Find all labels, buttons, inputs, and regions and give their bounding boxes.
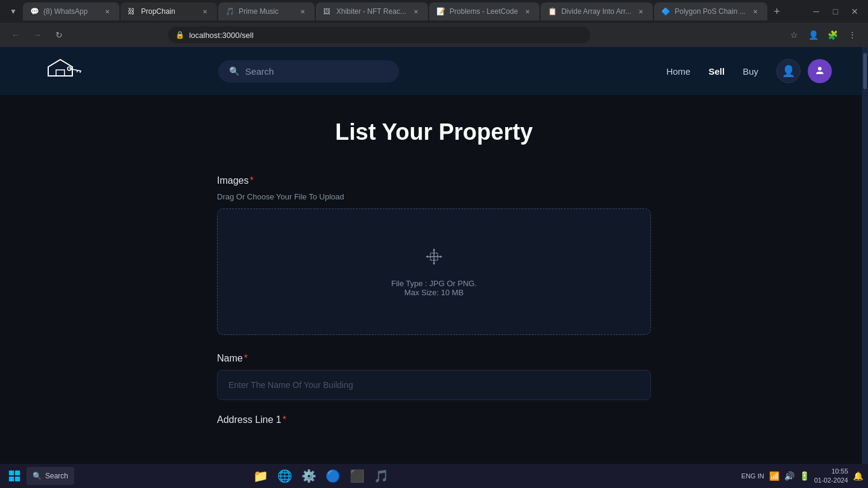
search-bar[interactable]: 🔍 (218, 60, 399, 83)
tray-lang: ENG IN (741, 472, 764, 480)
taskbar-search-icon: 🔍 (33, 472, 42, 480)
tab-propchain[interactable]: ⛓ PropChain ✕ (121, 2, 217, 20)
taskbar-vscode[interactable]: 🔵 (322, 465, 344, 487)
tab-favicon-leetcode: 📝 (436, 7, 445, 16)
form-section: Images* Drag Or Choose Your File To Uplo… (217, 175, 651, 425)
upload-cursor-icon (424, 247, 444, 271)
user-icon-button[interactable]: 👤 (776, 59, 800, 83)
toolbar-actions: ☆ 👤 🧩 ⋮ (786, 27, 861, 43)
nav-links: Home Sell Buy (666, 66, 758, 77)
windows-logo-icon (8, 470, 20, 482)
name-field-group: Name* (217, 353, 651, 400)
new-tab-button[interactable]: + (769, 3, 785, 20)
back-button[interactable]: ← (7, 27, 24, 43)
name-label: Name* (217, 353, 651, 364)
profile-avatar-icon (814, 66, 825, 77)
svg-marker-11 (433, 263, 435, 265)
tab-favicon-whatsapp: 💬 (30, 7, 39, 16)
lock-icon: 🔒 (175, 31, 184, 39)
tray-wifi-icon: 📶 (769, 471, 779, 481)
system-clock: 10:55 01-02-2024 (814, 467, 848, 486)
tab-close-xhibiter[interactable]: ✕ (411, 7, 421, 16)
tab-close-polygon[interactable]: ✕ (750, 7, 760, 16)
svg-rect-15 (15, 471, 20, 475)
window-controls: ─ □ ✕ (808, 3, 863, 20)
tray-volume-icon: 🔊 (784, 471, 794, 481)
minimize-button[interactable]: ─ (808, 3, 825, 20)
tab-close-leetcode[interactable]: ✕ (523, 7, 532, 16)
clock-date: 01-02-2024 (814, 476, 848, 485)
tray-notification-icon[interactable]: 🔔 (853, 471, 863, 481)
svg-marker-13 (440, 255, 442, 258)
tab-favicon-polygon: 🔷 (661, 7, 670, 16)
taskbar-spotify[interactable]: 🎵 (371, 465, 392, 487)
svg-marker-12 (426, 255, 428, 258)
tab-label-propchain: PropChain (141, 7, 195, 16)
taskbar-apps: 📁 🌐 ⚙️ 🔵 ⬛ 🎵 (250, 465, 392, 487)
search-input[interactable] (245, 66, 388, 77)
tray-battery-icon: 🔋 (799, 471, 810, 481)
tab-whatsapp[interactable]: 💬 (8) WhatsApp ✕ (23, 2, 119, 20)
taskbar-file-explorer[interactable]: 📁 (250, 465, 272, 487)
maximize-button[interactable]: □ (827, 3, 844, 20)
more-button[interactable]: ⋮ (844, 27, 861, 43)
upload-file-type: File Type : JPG Or PNG. (391, 279, 477, 288)
taskbar-search[interactable]: 🔍 Search (27, 467, 74, 485)
tab-label-polygon: Polygon PoS Chain ... (675, 7, 745, 16)
navbar: 🔍 Home Sell Buy 👤 (0, 47, 868, 95)
reload-button[interactable]: ↻ (51, 27, 68, 43)
upload-zone[interactable]: File Type : JPG Or PNG. Max Size: 10 MB (217, 208, 651, 335)
bookmark-button[interactable]: ☆ (786, 27, 803, 43)
svg-rect-2 (56, 70, 64, 76)
address-bar[interactable]: 🔒 localhost:3000/sell (168, 27, 590, 43)
tab-close-propchain[interactable]: ✕ (200, 7, 210, 16)
person-icon: 👤 (782, 64, 795, 78)
tab-close-prime[interactable]: ✕ (298, 7, 307, 16)
logo-icon (36, 58, 84, 85)
scrollbar[interactable] (862, 47, 868, 464)
nav-link-buy[interactable]: Buy (743, 66, 758, 77)
app-container: 🔍 Home Sell Buy 👤 List Your Property (0, 47, 868, 464)
logo[interactable] (36, 58, 84, 85)
tab-favicon-prime: 🎵 (225, 7, 234, 16)
taskbar-settings[interactable]: ⚙️ (298, 465, 320, 487)
tab-polygon[interactable]: 🔷 Polygon PoS Chain ... ✕ (654, 2, 767, 20)
nav-link-home[interactable]: Home (666, 66, 690, 77)
name-input[interactable] (217, 370, 651, 400)
address-text: localhost:3000/sell (189, 31, 254, 40)
tab-favicon-xhibiter: 🖼 (323, 7, 332, 16)
tab-scroll-left[interactable]: ▼ (5, 3, 22, 20)
upload-max-size: Max Size: 10 MB (404, 288, 464, 297)
tab-close-whatsapp[interactable]: ✕ (102, 7, 112, 16)
svg-rect-14 (9, 471, 14, 475)
search-icon: 🔍 (229, 66, 239, 76)
taskbar-terminal[interactable]: ⬛ (347, 465, 368, 487)
taskbar-chrome[interactable]: 🌐 (274, 465, 296, 487)
taskbar-search-label: Search (45, 472, 68, 480)
start-button[interactable] (5, 466, 24, 486)
tab-label-prime: Prime Music (239, 7, 293, 16)
tab-prime-music[interactable]: 🎵 Prime Music ✕ (218, 2, 315, 20)
tab-label-whatsapp: (8) WhatsApp (43, 7, 98, 16)
extensions-button[interactable]: 🧩 (825, 27, 841, 43)
images-label: Images* (217, 175, 651, 186)
scrollbar-thumb[interactable] (863, 53, 867, 89)
tab-close-divide[interactable]: ✕ (636, 7, 646, 16)
tab-leetcode[interactable]: 📝 Problems - LeetCode ✕ (429, 2, 539, 20)
main-content: List Your Property Images* Drag Or Choos… (0, 95, 868, 455)
tab-label-leetcode: Problems - LeetCode (450, 7, 518, 16)
svg-rect-17 (15, 477, 20, 481)
profile-button[interactable] (808, 59, 832, 83)
tab-xhibiter[interactable]: 🖼 Xhibiter - NFT Reac... ✕ (316, 2, 428, 20)
address-field-group: Address Line 1* (217, 414, 651, 425)
nav-actions: 👤 (776, 59, 832, 83)
forward-button[interactable]: → (29, 27, 46, 43)
profile-indicator[interactable]: 👤 (805, 27, 822, 43)
nav-link-sell[interactable]: Sell (708, 66, 725, 77)
tab-bar: ▼ 💬 (8) WhatsApp ✕ ⛓ PropChain ✕ 🎵 Prime… (0, 0, 868, 23)
upload-hint: Drag Or Choose Your File To Upload (217, 192, 651, 201)
close-button[interactable]: ✕ (846, 3, 863, 20)
tab-label-divide: Divide Array Into Arr... (561, 7, 631, 16)
tab-divide-array[interactable]: 📋 Divide Array Into Arr... ✕ (541, 2, 653, 20)
svg-marker-10 (433, 248, 435, 251)
